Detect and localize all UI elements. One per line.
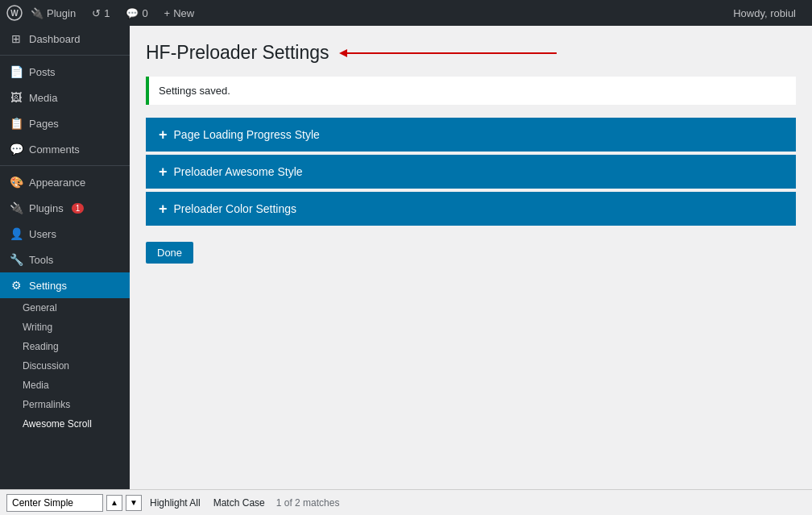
comments-menu-icon: 💬 [10,143,23,156]
find-down-button[interactable]: ▼ [126,495,142,511]
settings-arrow [123,279,130,292]
submenu-permalinks[interactable]: Permalinks [0,395,130,414]
find-up-button[interactable]: ▲ [106,495,122,511]
submenu-general[interactable]: General [0,298,130,318]
plugins-badge: 1 [72,203,85,214]
accordion-preloader-awesome[interactable]: + Preloader Awesome Style [146,155,796,189]
wp-logo[interactable]: W [6,5,23,21]
submenu-awesome-scroll[interactable]: Awesome Scroll [0,414,130,434]
users-icon: 👤 [10,227,23,240]
accordion-page-loading[interactable]: + Page Loading Progress Style [146,118,796,152]
find-count: 1 of 2 matches [276,497,340,509]
arrow-graphic [339,44,581,63]
accordion-preloader-color[interactable]: + Preloader Color Settings [146,192,796,226]
sidebar-item-settings[interactable]: ⚙ Settings [0,272,130,298]
adminbar-new[interactable]: + New [156,0,203,26]
media-icon: 🖼 [10,91,23,104]
menu-separator-2 [0,165,130,166]
user-greeting: Howdy, robiul [723,7,806,19]
submenu-media[interactable]: Media [0,376,130,395]
done-button[interactable]: Done [146,242,193,264]
appearance-icon: 🎨 [10,176,23,189]
sidebar-item-users[interactable]: 👤 Users [0,221,130,247]
sidebar-item-appearance[interactable]: 🎨 Appearance [0,169,130,195]
plugins-icon: 🔌 [10,201,23,214]
pages-icon: 📋 [10,117,23,130]
sidebar-item-comments[interactable]: 💬 Comments [0,136,130,162]
sidebar-item-posts[interactable]: 📄 Posts [0,59,130,85]
page-title: HF-Preloader Settings [146,42,796,64]
down-arrow-icon: ▼ [130,498,138,507]
admin-sidebar: ⊞ Dashboard 📄 Posts 🖼 Media 📋 Pages 💬 Co… [0,26,130,489]
accordion-plus-icon-2: + [159,164,168,179]
admin-bar: W 🔌 Plugin ↺ 1 💬 0 + New Howdy, robiul [0,0,812,26]
comments-icon: 💬 [126,7,139,19]
dashboard-icon: ⊞ [10,32,23,45]
submenu-reading[interactable]: Reading [0,337,130,356]
sidebar-item-pages[interactable]: 📋 Pages [0,110,130,136]
new-icon: + [164,7,171,19]
adminbar-comments[interactable]: 💬 0 [118,0,155,26]
settings-icon: ⚙ [10,279,23,292]
find-bar: ▲ ▼ Highlight All Match Case 1 of 2 matc… [0,489,812,515]
accordion-plus-icon-1: + [159,127,168,142]
updates-icon: ↺ [92,7,101,19]
main-content: HF-Preloader Settings Settings saved. + … [130,26,812,489]
sidebar-item-dashboard[interactable]: ⊞ Dashboard [0,26,130,52]
adminbar-plugin[interactable]: 🔌 Plugin [23,0,84,26]
posts-icon: 📄 [10,65,23,78]
submenu-writing[interactable]: Writing [0,318,130,337]
title-arrow [339,44,581,63]
plugin-icon: 🔌 [31,7,44,19]
menu-separator-1 [0,55,130,56]
sidebar-item-tools[interactable]: 🔧 Tools [0,247,130,272]
tools-icon: 🔧 [10,253,23,266]
highlight-all-button[interactable]: Highlight All [145,496,205,510]
accordion-plus-icon-3: + [159,201,168,216]
up-arrow-icon: ▲ [110,498,118,507]
settings-saved-notice: Settings saved. [146,77,796,105]
svg-marker-3 [339,49,347,57]
find-input[interactable] [6,494,103,512]
match-case-button[interactable]: Match Case [209,496,270,510]
svg-text:W: W [10,9,19,18]
sidebar-item-plugins[interactable]: 🔌 Plugins 1 [0,195,130,221]
submenu-discussion[interactable]: Discussion [0,356,130,376]
adminbar-updates[interactable]: ↺ 1 [84,0,118,26]
sidebar-item-media[interactable]: 🖼 Media [0,85,130,110]
